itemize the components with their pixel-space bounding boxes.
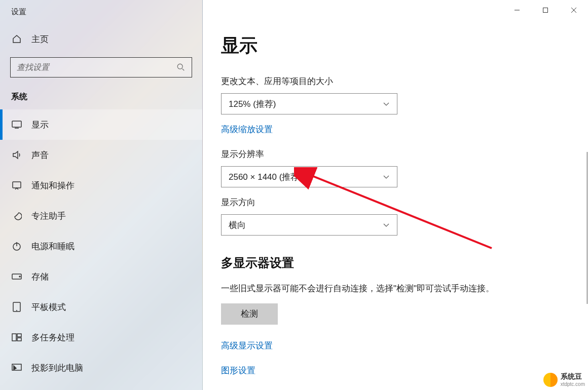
watermark: 系统豆 xtdptc.com xyxy=(543,372,585,387)
sidebar-item-label: 投影到此电脑 xyxy=(31,362,83,374)
resolution-value: 2560 × 1440 (推荐) xyxy=(229,171,383,183)
orientation-value: 横向 xyxy=(229,219,383,231)
svg-point-0 xyxy=(177,64,182,69)
multitask-icon xyxy=(11,333,22,341)
advanced-display-link[interactable]: 高级显示设置 xyxy=(221,340,273,352)
sidebar-item-label: 通知和操作 xyxy=(31,180,75,191)
sidebar-item-project[interactable]: 投影到此电脑 xyxy=(0,353,202,383)
sidebar-item-label: 专注助手 xyxy=(31,210,66,222)
svg-rect-2 xyxy=(13,182,21,188)
minimize-button[interactable] xyxy=(503,0,531,20)
advanced-scale-link[interactable]: 高级缩放设置 xyxy=(221,124,273,135)
project-icon xyxy=(11,364,22,372)
sound-icon xyxy=(11,150,22,160)
main-content: 显示 更改文本、应用等项目的大小 125% (推荐) 高级缩放设置 显示分辨率 … xyxy=(203,0,588,390)
chevron-down-icon xyxy=(383,101,390,106)
display-icon xyxy=(11,121,22,129)
scale-dropdown[interactable]: 125% (推荐) xyxy=(221,93,397,114)
watermark-logo-icon xyxy=(543,373,558,387)
chevron-down-icon xyxy=(383,174,390,179)
sidebar-item-notifications[interactable]: 通知和操作 xyxy=(0,170,202,201)
tablet-icon xyxy=(11,302,22,312)
chevron-down-icon xyxy=(383,222,390,227)
sidebar-item-label: 多任务处理 xyxy=(31,332,75,343)
nav-home-label: 主页 xyxy=(31,33,49,45)
sidebar-item-label: 声音 xyxy=(31,149,49,161)
resolution-label: 显示分辨率 xyxy=(221,148,570,160)
search-box[interactable] xyxy=(10,57,192,77)
window-controls xyxy=(503,0,588,20)
sidebar-item-display[interactable]: 显示 xyxy=(0,109,202,140)
sidebar-item-label: 平板模式 xyxy=(31,301,66,313)
graphics-settings-link[interactable]: 图形设置 xyxy=(221,365,255,376)
search-input[interactable] xyxy=(17,63,176,72)
sidebar-item-storage[interactable]: 存储 xyxy=(0,261,202,292)
maximize-button[interactable] xyxy=(531,0,560,20)
close-button[interactable] xyxy=(560,0,588,20)
sidebar-item-label: 电源和睡眠 xyxy=(31,241,75,252)
svg-rect-1 xyxy=(12,121,21,127)
orientation-label: 显示方向 xyxy=(221,197,570,208)
sidebar-item-label: 显示 xyxy=(31,119,49,131)
sidebar: 设置 主页 系统 显示 xyxy=(0,0,203,390)
svg-rect-9 xyxy=(17,338,21,341)
multi-monitor-help: 一些旧式显示器可能不会进行自动连接，选择"检测"即可尝试手动连接。 xyxy=(221,282,570,295)
svg-point-5 xyxy=(19,276,20,277)
focus-icon xyxy=(11,211,22,221)
svg-rect-11 xyxy=(543,8,548,13)
sidebar-item-tablet[interactable]: 平板模式 xyxy=(0,292,202,322)
home-icon xyxy=(11,34,22,44)
scale-value: 125% (推荐) xyxy=(229,98,383,110)
scale-label: 更改文本、应用等项目的大小 xyxy=(221,75,570,87)
multi-monitor-title: 多显示器设置 xyxy=(221,255,570,271)
power-icon xyxy=(11,241,22,251)
sidebar-item-multitask[interactable]: 多任务处理 xyxy=(0,322,202,353)
app-title: 设置 xyxy=(0,0,202,24)
page-title: 显示 xyxy=(221,33,570,58)
watermark-name: 系统豆 xyxy=(561,372,582,380)
detect-button[interactable]: 检测 xyxy=(221,303,278,325)
watermark-url: xtdptc.com xyxy=(561,381,585,387)
svg-rect-8 xyxy=(17,334,21,337)
search-icon xyxy=(176,63,186,72)
sidebar-item-focus[interactable]: 专注助手 xyxy=(0,201,202,231)
sidebar-section-label: 系统 xyxy=(0,77,202,109)
resolution-dropdown[interactable]: 2560 × 1440 (推荐) xyxy=(221,166,397,187)
sidebar-item-power[interactable]: 电源和睡眠 xyxy=(0,231,202,261)
svg-rect-7 xyxy=(12,334,16,341)
storage-icon xyxy=(11,274,22,280)
sidebar-item-sound[interactable]: 声音 xyxy=(0,140,202,170)
sidebar-item-label: 存储 xyxy=(31,271,49,283)
notifications-icon xyxy=(11,181,22,190)
nav-home[interactable]: 主页 xyxy=(0,24,202,54)
orientation-dropdown[interactable]: 横向 xyxy=(221,214,397,236)
settings-window: 设置 主页 系统 显示 xyxy=(0,0,588,390)
